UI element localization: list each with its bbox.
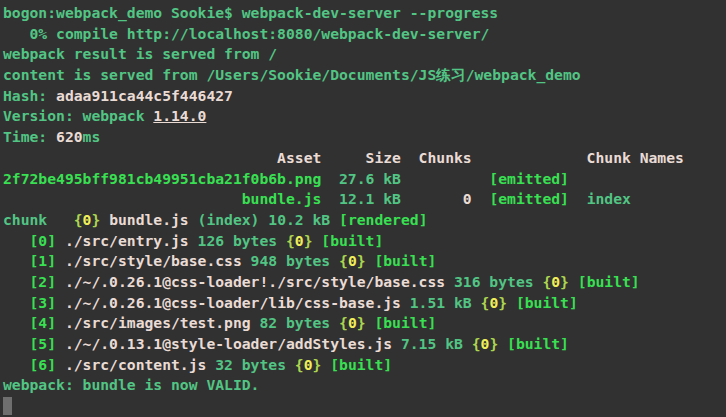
text-segment: [built] — [374, 314, 436, 331]
text-segment: bundle.js — [109, 211, 189, 228]
text-segment — [569, 273, 578, 290]
text-segment: [rendered] — [339, 211, 427, 228]
text-segment: Time: — [3, 128, 56, 145]
text-segment — [3, 314, 30, 331]
text-segment: 0% compile http://localhost:8080/webpack… — [3, 25, 489, 42]
text-segment: } — [91, 211, 100, 228]
text-segment: ms — [83, 128, 101, 145]
text-segment: } — [357, 314, 366, 331]
text-segment: 0 — [551, 273, 560, 290]
text-segment: [4] — [30, 314, 57, 331]
text-segment — [3, 273, 30, 290]
text-segment: 620 — [56, 128, 83, 145]
text-segment: } — [357, 252, 366, 269]
text-segment: 82 bytes — [251, 314, 339, 331]
terminal-line: [6] ./src/content.js 32 bytes {0} [built… — [3, 355, 726, 376]
text-segment: } — [498, 294, 507, 311]
text-segment: 7.15 kB — [392, 335, 472, 352]
text-segment: bogon:webpack_demo Sookie$ webpack-dev-s… — [3, 4, 498, 21]
text-segment: [built] — [507, 335, 569, 352]
terminal-line: [1] ./src/style/base.css 948 bytes {0} [… — [3, 251, 726, 272]
text-segment: 0 — [304, 356, 313, 373]
terminal-line: webpack: bundle is now VALID. — [3, 375, 726, 396]
text-segment: [built] — [321, 232, 383, 249]
terminal-line: bogon:webpack_demo Sookie$ webpack-dev-s… — [3, 3, 726, 24]
text-segment — [56, 232, 65, 249]
text-segment: 0 — [463, 190, 472, 207]
text-segment: ./src/content.js — [65, 356, 206, 373]
text-segment — [56, 335, 65, 352]
text-segment: ./src/entry.js — [65, 232, 189, 249]
text-segment: [5] — [30, 335, 57, 352]
text-segment: webpack: bundle is now VALID. — [3, 376, 259, 393]
text-segment: [built] — [330, 356, 392, 373]
text-segment — [472, 190, 490, 207]
text-segment: { — [542, 273, 551, 290]
text-segment: { — [74, 211, 83, 228]
text-segment: chunk — [3, 211, 74, 228]
text-segment: } — [560, 273, 569, 290]
text-segment: 1.14.0 — [153, 107, 206, 124]
text-segment: [emitted] — [489, 170, 569, 187]
terminal-line: 0% compile http://localhost:8080/webpack… — [3, 24, 726, 45]
text-segment: [built] — [374, 252, 436, 269]
terminal-line: Time: 620ms — [3, 127, 726, 148]
text-segment: ./src/images/test.png — [65, 314, 251, 331]
text-segment: { — [339, 314, 348, 331]
text-segment — [100, 211, 109, 228]
text-segment — [56, 314, 65, 331]
terminal-line: content is served from /Users/Sookie/Doc… — [3, 65, 726, 86]
text-segment: Hash: — [3, 87, 56, 104]
text-segment: 948 bytes — [242, 252, 339, 269]
terminal-line: [2] ./~/.0.26.1@css-loader!./src/style/b… — [3, 272, 726, 293]
text-segment: bundle.js — [242, 190, 322, 207]
text-segment — [56, 273, 65, 290]
text-segment: { — [339, 252, 348, 269]
text-segment: 2f72be495bff981cb49951cba21f0b6b.png — [3, 170, 321, 187]
text-segment: 27.6 kB — [321, 170, 489, 187]
text-segment: 0 — [489, 294, 498, 311]
terminal-line: Version: webpack 1.14.0 — [3, 106, 726, 127]
text-segment: index — [569, 190, 631, 207]
terminal-line: [3] ./~/.0.26.1@css-loader/lib/css-base.… — [3, 293, 726, 314]
text-segment: [0] — [30, 232, 57, 249]
text-segment: ./~/.0.26.1@css-loader!./src/style/base.… — [65, 273, 445, 290]
text-segment: ./src/style/base.css — [65, 252, 242, 269]
text-segment: 12.1 kB — [321, 190, 462, 207]
text-segment — [3, 356, 30, 373]
text-segment: 126 bytes — [189, 232, 286, 249]
terminal-window[interactable]: bogon:webpack_demo Sookie$ webpack-dev-s… — [0, 0, 726, 417]
text-segment: adaa911ca44c5f446427 — [56, 87, 233, 104]
terminal-line: Hash: adaa911ca44c5f446427 — [3, 86, 726, 107]
terminal-line: [4] ./src/images/test.png 82 bytes {0} [… — [3, 313, 726, 334]
terminal-line: bundle.js 12.1 kB 0 [emitted] index — [3, 189, 726, 210]
text-segment: Asset Size Chunks Chunk Names — [3, 149, 684, 166]
text-segment: Version: webpack — [3, 107, 153, 124]
terminal-line: [0] ./src/entry.js 126 bytes {0} [built] — [3, 231, 726, 252]
text-segment — [321, 356, 330, 373]
text-segment — [56, 252, 65, 269]
text-segment: [6] — [30, 356, 57, 373]
text-segment: (index) 10.2 kB — [189, 211, 339, 228]
text-segment: } — [304, 232, 313, 249]
text-segment — [3, 190, 242, 207]
text-segment: 316 bytes — [445, 273, 542, 290]
text-segment: ./~/.0.26.1@css-loader/lib/css-base.js — [65, 294, 401, 311]
text-segment — [507, 294, 516, 311]
text-segment: [emitted] — [489, 190, 569, 207]
text-segment — [3, 335, 30, 352]
text-segment — [3, 294, 30, 311]
text-segment: } — [489, 335, 498, 352]
text-segment: [built] — [516, 294, 578, 311]
text-segment: [3] — [30, 294, 57, 311]
text-segment: ./~/.0.13.1@style-loader/addStyles.js — [65, 335, 392, 352]
text-segment — [56, 294, 65, 311]
text-segment: [2] — [30, 273, 57, 290]
text-segment: { — [286, 232, 295, 249]
terminal-line: webpack result is served from / — [3, 44, 726, 65]
terminal-line: 2f72be495bff981cb49951cba21f0b6b.png 27.… — [3, 169, 726, 190]
text-segment — [56, 356, 65, 373]
text-segment: 32 bytes — [206, 356, 294, 373]
terminal-cursor — [3, 397, 12, 415]
text-segment: 0 — [348, 314, 357, 331]
